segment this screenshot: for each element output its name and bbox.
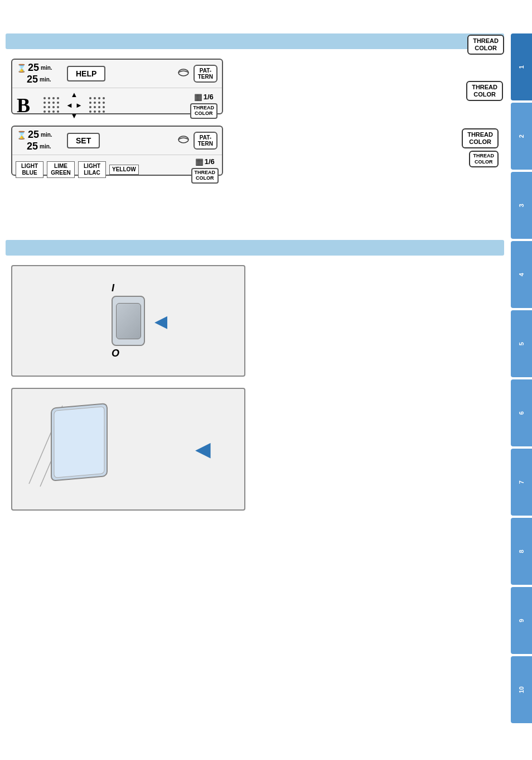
switch-label-i: I bbox=[112, 282, 114, 294]
section2-header bbox=[6, 240, 504, 256]
sidebar-tab-9[interactable]: 9 bbox=[511, 587, 532, 654]
sidebar-tab-4[interactable]: 4 bbox=[511, 241, 532, 308]
pattern-button-1[interactable]: PAT- TERN bbox=[194, 65, 217, 83]
color-cell-3[interactable]: YELLOW bbox=[109, 165, 139, 175]
sidebar-tab-7[interactable]: 7 bbox=[511, 449, 532, 516]
sidebar-tab-1[interactable]: 1 bbox=[511, 33, 532, 100]
screen1-top-row: ⌛ 25 min. 25 min. HELP PAT- TERN bbox=[12, 60, 222, 88]
thread-badge-right-1: THREAD COLOR bbox=[466, 81, 503, 101]
screen2-top-row: ⌛ 25 min. 25 min. SET PAT- TERN bbox=[12, 127, 222, 155]
bottom-arrow-icon: ◀ bbox=[195, 437, 211, 461]
up-arrow[interactable]: ▲ bbox=[70, 90, 78, 99]
stitch-icon-2 bbox=[177, 133, 190, 149]
left-arrow[interactable]: ◄ bbox=[66, 101, 73, 109]
pattern-button-2[interactable]: PAT- TERN bbox=[194, 132, 217, 150]
set-button[interactable]: SET bbox=[67, 133, 100, 148]
svg-rect-5 bbox=[54, 406, 104, 478]
thread-badge-right-2a: THREAD COLOR bbox=[462, 128, 499, 148]
sidebar: 1 2 3 4 5 6 7 8 9 10 bbox=[511, 0, 532, 760]
machine-open-container: ◀ bbox=[12, 389, 244, 509]
screen2-bottom-row: LIGHT BLUE LIME GREEN LIGHT LILAC YELLOW… bbox=[12, 155, 222, 185]
sidebar-tab-5[interactable]: 5 bbox=[511, 310, 532, 377]
sidebar-tab-3[interactable]: 3 bbox=[511, 172, 532, 239]
color-cell-1[interactable]: LIME GREEN bbox=[47, 161, 75, 178]
photo-panel-switch-on: I O ◀ bbox=[11, 265, 245, 377]
thread-color-badge-top: THREAD COLOR bbox=[467, 35, 504, 55]
photo-panel-machine-open: ◀ bbox=[11, 388, 245, 511]
screen2-timer: ⌛ 25 min. 25 min. bbox=[17, 129, 56, 152]
svg-point-0 bbox=[178, 69, 188, 76]
screen1-panel: ⌛ 25 min. 25 min. HELP PAT- TERN bbox=[11, 59, 223, 114]
color-cell-2[interactable]: LIGHT LILAC bbox=[78, 161, 106, 178]
svg-point-1 bbox=[178, 136, 188, 143]
top-header-bar bbox=[6, 33, 504, 49]
hourglass-icon-2: ⌛ bbox=[17, 131, 26, 140]
dots-area: ▲ ◄ ► ▼ bbox=[43, 90, 186, 120]
screen1-timer: ⌛ 25 min. 25 min. bbox=[17, 62, 56, 85]
screen1-bottom-row: B ▲ ◄ ► ▼ bbox=[12, 88, 222, 122]
sidebar-tab-2[interactable]: 2 bbox=[511, 103, 532, 170]
sidebar-tab-10[interactable]: 10 bbox=[511, 656, 532, 723]
sidebar-tab-6[interactable]: 6 bbox=[511, 379, 532, 446]
page-indicator-2: ▦ 1/6 bbox=[195, 156, 215, 167]
switch-body bbox=[112, 296, 145, 346]
help-button[interactable]: HELP bbox=[67, 66, 105, 81]
thread-color-panel-2: THREAD COLOR bbox=[191, 168, 219, 184]
color-cell-0[interactable]: LIGHT BLUE bbox=[16, 161, 43, 178]
right-arrow[interactable]: ► bbox=[75, 101, 83, 109]
thread-color-panel-1: THREAD COLOR bbox=[190, 103, 218, 119]
page-indicator-1: ▦ 1/6 bbox=[194, 92, 214, 102]
hourglass-icon: ⌛ bbox=[17, 64, 26, 73]
thread-badge-right-2b: THREAD COLOR bbox=[469, 151, 499, 167]
switch-label-o: O bbox=[112, 348, 119, 359]
screen2-panel: ⌛ 25 min. 25 min. SET PAT- TERN bbox=[11, 126, 223, 176]
down-arrow[interactable]: ▼ bbox=[70, 112, 78, 120]
stitch-letter: B bbox=[17, 94, 39, 117]
thread-badge-group: THREAD COLOR THREAD COLOR bbox=[462, 128, 499, 167]
sidebar-tab-8[interactable]: 8 bbox=[511, 518, 532, 585]
stitch-icon bbox=[177, 66, 190, 82]
arrow-right-icon: ◀ bbox=[154, 311, 167, 331]
machine-svg bbox=[18, 395, 118, 495]
